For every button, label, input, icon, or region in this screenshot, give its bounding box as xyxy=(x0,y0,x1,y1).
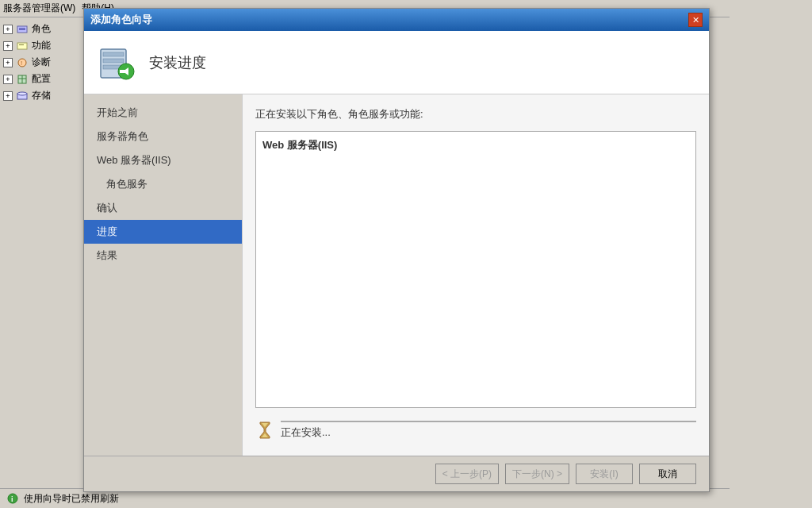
sm-sidebar: + 角色 + 功能 + ! 诊断 + xyxy=(0,17,91,488)
svg-point-11 xyxy=(17,92,27,95)
dialog-header-text: 安装进度 xyxy=(149,53,206,72)
next-button[interactable]: 下一步(N) > xyxy=(505,464,569,484)
sidebar-item-features[interactable]: + 功能 xyxy=(0,37,90,54)
dialog-titlebar: 添加角色向导 ✕ xyxy=(84,9,709,31)
expand-icon-config: + xyxy=(3,75,13,84)
dialog-main-title: 安装进度 xyxy=(149,53,206,72)
nav-item-server-roles[interactable]: 服务器角色 xyxy=(84,125,242,148)
add-role-wizard-dialog: 添加角色向导 ✕ 安装进度 xyxy=(83,8,710,492)
nav-item-results[interactable]: 结果 xyxy=(84,244,242,267)
svg-text:!: ! xyxy=(21,60,22,67)
expand-icon-diagnostics: + xyxy=(3,58,13,67)
sidebar-item-diagnostics[interactable]: + ! 诊断 xyxy=(0,54,90,71)
svg-rect-20 xyxy=(120,70,127,73)
dialog-content: 安装进度 开始之前 服务器角色 Web 服务器(IIS) 角色服务 确认 进度 … xyxy=(84,31,709,491)
sidebar-label-config: 配置 xyxy=(32,72,51,86)
diagnostics-icon: ! xyxy=(16,56,29,69)
wizard-nav-panel: 开始之前 服务器角色 Web 服务器(IIS) 角色服务 确认 进度 结果 xyxy=(84,94,243,456)
expand-icon-roles: + xyxy=(3,25,13,34)
sidebar-label-features: 功能 xyxy=(32,39,51,52)
content-panel: 正在安装以下角色、角色服务或功能: Web 服务器(IIS) xyxy=(243,94,709,456)
sidebar-item-storage[interactable]: + 存储 xyxy=(0,87,90,104)
sidebar-label-roles: 角色 xyxy=(32,22,51,36)
sidebar-label-diagnostics: 诊断 xyxy=(32,56,51,69)
nav-item-role-services[interactable]: 角色服务 xyxy=(84,172,242,196)
install-log: Web 服务器(IIS) xyxy=(255,131,696,408)
install-log-item-0: Web 服务器(IIS) xyxy=(262,138,689,152)
nav-item-before-start[interactable]: 开始之前 xyxy=(84,101,242,125)
sm-menu-item-server[interactable]: 服务器管理器(W) xyxy=(3,2,75,15)
sidebar-item-roles[interactable]: + 角色 xyxy=(0,21,90,37)
dialog-body: 开始之前 服务器角色 Web 服务器(IIS) 角色服务 确认 进度 结果 正在… xyxy=(84,94,709,456)
prev-button[interactable]: < 上一步(P) xyxy=(435,464,499,484)
nav-item-web-server[interactable]: Web 服务器(IIS) xyxy=(84,148,242,172)
statusbar-text: 使用向导时已禁用刷新 xyxy=(24,492,119,506)
progress-container: 正在安装... xyxy=(281,421,696,440)
sidebar-item-config[interactable]: + 配置 xyxy=(0,71,90,87)
progress-area: 正在安装... xyxy=(255,418,696,443)
dialog-title: 添加角色向导 xyxy=(90,13,152,27)
hourglass-icon xyxy=(255,421,274,440)
config-icon xyxy=(16,73,29,86)
cancel-button[interactable]: 取消 xyxy=(639,464,696,484)
close-button[interactable]: ✕ xyxy=(688,13,703,27)
svg-rect-4 xyxy=(19,44,24,45)
install-icon xyxy=(97,43,136,83)
dialog-footer: < 上一步(P) 下一步(N) > 安装(I) 取消 xyxy=(84,456,709,491)
dialog-header: 安装进度 xyxy=(84,31,709,94)
svg-rect-2 xyxy=(19,29,25,30)
install-description: 正在安装以下角色、角色服务或功能: xyxy=(255,107,696,121)
nav-item-progress[interactable]: 进度 xyxy=(84,220,242,244)
expand-icon-storage: + xyxy=(3,91,13,101)
features-icon xyxy=(16,40,29,52)
svg-rect-15 xyxy=(103,52,124,56)
storage-icon xyxy=(16,90,29,102)
svg-rect-16 xyxy=(103,59,124,63)
progress-status-label: 正在安装... xyxy=(281,425,696,440)
info-icon: i xyxy=(6,492,19,505)
roles-icon xyxy=(16,23,29,36)
svg-rect-1 xyxy=(19,28,25,29)
install-button[interactable]: 安装(I) xyxy=(576,464,633,484)
svg-text:i: i xyxy=(11,495,13,503)
expand-icon-features: + xyxy=(3,41,13,51)
sidebar-label-storage: 存储 xyxy=(32,89,51,102)
svg-rect-3 xyxy=(17,43,27,49)
progress-bar-container xyxy=(281,421,696,422)
nav-item-confirm[interactable]: 确认 xyxy=(84,196,242,220)
